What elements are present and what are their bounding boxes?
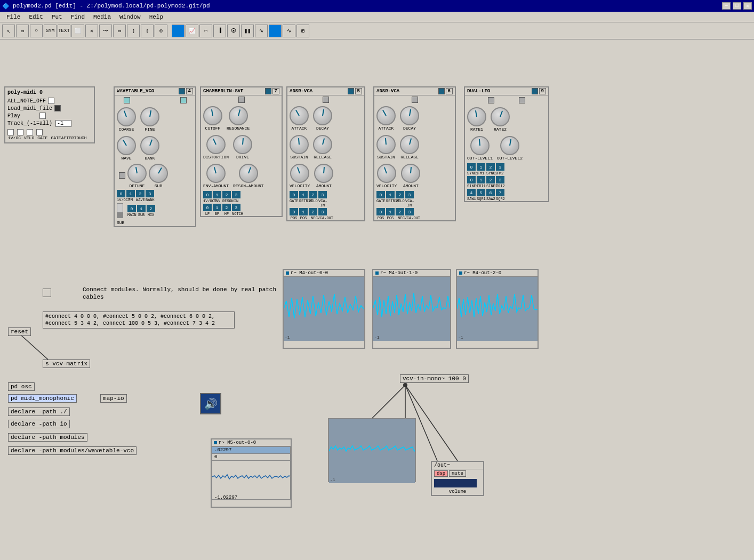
outlet-gate[interactable]	[27, 129, 33, 135]
env-amount-knob[interactable]	[206, 164, 226, 183]
tool-arc[interactable]: ⌒	[199, 25, 212, 37]
tool-wave[interactable]: 〜	[99, 25, 112, 37]
adsr2-attack-knob[interactable]	[376, 106, 396, 125]
cutoff-knob[interactable]	[203, 106, 222, 125]
adsr1-pos2-btn[interactable]: 1	[299, 208, 308, 215]
rate1-knob[interactable]	[467, 107, 486, 126]
btn-mix[interactable]: 2	[147, 205, 155, 212]
tool-circle[interactable]: ○	[30, 25, 43, 37]
tool-cursor[interactable]: ↖	[2, 25, 15, 37]
outlet-1voct[interactable]	[7, 129, 14, 135]
resonance-knob[interactable]	[229, 106, 248, 125]
tool-vu[interactable]: ⦿	[227, 25, 240, 37]
pd-midi-box[interactable]: pd midi_monophonic	[8, 394, 77, 403]
adsr1-decay-knob[interactable]	[313, 106, 332, 125]
btn-main[interactable]: 0	[127, 205, 136, 212]
tool-graph[interactable]: 📈	[186, 25, 198, 37]
speaker-icon[interactable]: 🔊	[200, 393, 221, 414]
adsr2-neg1-btn[interactable]: 2	[396, 208, 404, 215]
connect-toggle[interactable]	[43, 289, 51, 297]
chamberlin-btn-0[interactable]: 0	[203, 191, 212, 198]
lfo-sync2[interactable]: 2	[486, 163, 495, 171]
adsr2-pos1-btn[interactable]: 0	[376, 208, 385, 215]
load-midi-checkbox[interactable]	[54, 105, 61, 111]
vcv-in-mono-box[interactable]: vcv-in-mono~ 100 0	[400, 374, 469, 383]
adsr2-velocity-knob[interactable]	[377, 164, 396, 183]
distortion-knob[interactable]	[206, 135, 226, 154]
adsr1-amount-knob[interactable]	[314, 164, 333, 183]
adsr2-pos2-btn[interactable]: 1	[386, 208, 395, 215]
outlevel1-knob[interactable]	[470, 136, 490, 155]
lfo-sqr2[interactable]: 7	[496, 189, 504, 196]
lfo-saw2[interactable]: 6	[486, 189, 495, 196]
adsr1-vcain-btn[interactable]: 3	[318, 191, 327, 198]
reset-box[interactable]: reset	[8, 327, 31, 336]
adsr2-retrig-btn[interactable]: 1	[386, 191, 395, 198]
btn-2[interactable]: 2	[136, 190, 145, 197]
menu-window[interactable]: Window	[115, 13, 145, 21]
volume-slider[interactable]	[434, 479, 477, 487]
adsr1-neg1-btn[interactable]: 2	[309, 208, 317, 215]
bank-knob[interactable]	[140, 136, 159, 155]
adsr1-attack-knob[interactable]	[290, 106, 309, 125]
dsp-button[interactable]: dsp	[434, 470, 448, 477]
close-button[interactable]: ✕	[743, 2, 752, 10]
declare-path-wavetable-box[interactable]: declare -path modules/wavetable-vco	[8, 446, 137, 455]
menu-file[interactable]: File	[2, 13, 25, 21]
menu-edit[interactable]: Edit	[25, 13, 47, 21]
outlevel2-knob[interactable]	[500, 136, 519, 155]
btn-sub[interactable]: 1	[137, 205, 146, 212]
minimize-button[interactable]: ─	[722, 2, 731, 10]
btn-3[interactable]: 3	[146, 190, 154, 197]
tool-text[interactable]: SYM	[44, 25, 57, 37]
menu-media[interactable]: Media	[89, 13, 115, 21]
tool-select[interactable]: ⬜	[71, 25, 84, 37]
chamberlin-btn-1[interactable]: 1	[213, 191, 221, 198]
sub-knob[interactable]	[149, 164, 168, 183]
adsr2-gate-btn[interactable]: 0	[376, 191, 385, 198]
adsr2-decay-knob[interactable]	[400, 106, 419, 125]
btn-0[interactable]: 0	[117, 190, 125, 197]
sub-toggle[interactable]	[117, 203, 123, 218]
lfo-saw1[interactable]: 4	[467, 189, 476, 196]
lfo-tri2[interactable]: 3	[496, 176, 504, 183]
chamberlin-btn-3[interactable]: 3	[232, 191, 240, 198]
adsr1-neg2-btn[interactable]: 3	[318, 208, 327, 215]
tool-bars[interactable]: ▐	[213, 25, 226, 37]
tool-rect[interactable]: ▭	[113, 25, 126, 37]
adsr2-vcain-btn[interactable]: 3	[405, 191, 414, 198]
track-input[interactable]	[55, 120, 71, 127]
tool-scope2[interactable]: ∿	[283, 25, 295, 37]
chamberlin-btn-notch[interactable]: 3	[232, 204, 240, 211]
lfo-tri1[interactable]: 1	[477, 176, 485, 183]
tool-x[interactable]: ✕	[85, 25, 98, 37]
rate2-knob[interactable]	[491, 107, 510, 126]
adsr2-sustain-knob[interactable]	[376, 135, 396, 154]
mute-button[interactable]: mute	[449, 470, 466, 477]
lfo-sync1[interactable]: 0	[467, 163, 476, 171]
menu-find[interactable]: Find	[67, 13, 89, 21]
declare-path-modules-box[interactable]: declare -path modules	[8, 433, 87, 442]
wave-knob[interactable]	[117, 136, 136, 155]
tool-slider-v[interactable]: ⫿	[127, 25, 140, 37]
chamberlin-btn-hp[interactable]: 2	[222, 204, 231, 211]
tool-radio[interactable]: ⊙	[155, 25, 167, 37]
outlet-velo[interactable]	[17, 129, 23, 135]
menu-help[interactable]: Help	[145, 13, 167, 21]
adsr1-pos1-btn[interactable]: 0	[290, 208, 298, 215]
adsr1-gate-btn[interactable]: 0	[290, 191, 298, 198]
adsr1-release-knob[interactable]	[313, 135, 332, 154]
detune-knob[interactable]	[127, 164, 147, 183]
tool-vubars[interactable]: ❚❚	[241, 25, 254, 37]
tool-blue2[interactable]	[269, 25, 282, 37]
title-bar-controls[interactable]: ─ □ ✕	[722, 2, 752, 10]
tool-grid[interactable]: ⊞	[296, 25, 309, 37]
coarse-knob[interactable]	[117, 107, 136, 126]
all-note-off-checkbox[interactable]	[48, 98, 54, 104]
map-io-box[interactable]: map-io	[100, 394, 127, 403]
maximize-button[interactable]: □	[733, 2, 741, 10]
reson-amount-knob[interactable]	[239, 164, 258, 183]
adsr2-amount-knob[interactable]	[401, 164, 420, 183]
chamberlin-btn-lp[interactable]: 0	[203, 204, 212, 211]
pd-osc-box[interactable]: pd osc	[8, 382, 35, 391]
